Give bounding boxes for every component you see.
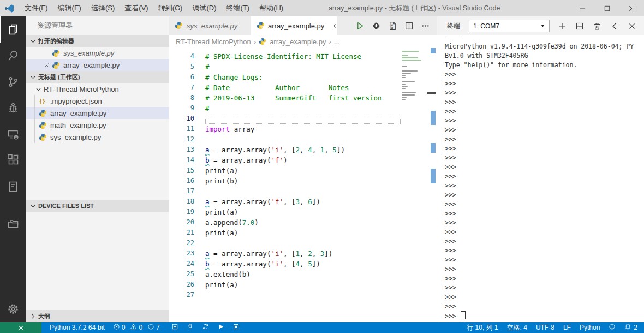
workspace-label: 无标题 (工作区) [38,73,80,81]
tree-folder-rt-thread[interactable]: RT-Thread MicroPython [26,83,169,95]
code-line-7[interactable]: 7# Date Author Notes [169,82,401,93]
run-button[interactable] [353,19,367,33]
add-button[interactable] [171,323,178,332]
code-line-27[interactable]: 27 [169,290,401,300]
code-line-12[interactable]: 12 [169,134,401,145]
close-panel-button[interactable] [627,21,636,31]
close-window-button[interactable] [619,0,644,16]
code-line-6[interactable]: 6# Change Logs: [169,72,401,82]
move-panel-button[interactable] [610,21,619,31]
menu-e[interactable]: 编辑(E) [53,0,86,16]
open-editors-header[interactable]: 打开的编辑器 [26,35,169,47]
code-line-26[interactable]: 26print(a) [169,280,401,290]
activity-source-control[interactable] [0,69,26,95]
code-line-18[interactable]: 18a = array.array('f', [3, 6]) [169,197,401,207]
code-line-24[interactable]: 24b = array.array('i', [4, 5]) [169,259,401,269]
download-flash-button[interactable] [369,19,383,33]
device-files-header[interactable]: DEVICE FILES LIST [26,200,169,212]
code-token: 'i' [271,249,283,258]
code-line-8[interactable]: 8# 2019-06-13 SummerGift first version [169,93,401,103]
tree-file-math_example.py[interactable]: math_example.py [26,119,169,131]
split-editor-button[interactable] [402,19,416,33]
code-line-21[interactable]: 21print(a) [169,228,401,238]
code-line-10[interactable]: 10 [169,114,401,124]
cursor-position[interactable]: 行 10, 列 1 [467,323,498,332]
code-line-25[interactable]: 25a.extend(b) [169,269,401,280]
terminal-selector[interactable]: 1: COM7 [469,20,550,32]
activity-debug[interactable] [0,95,26,121]
minimap[interactable] [402,51,422,103]
tree-file-sys_example.py[interactable]: sys_example.py [26,131,169,143]
menu-s[interactable]: 选择(S) [86,0,120,16]
tree-file-array_example.py[interactable]: array_example.py [26,107,169,119]
code-line-5[interactable]: 5# [169,62,401,72]
new-terminal-button[interactable] [557,21,567,31]
eol[interactable]: LF [563,324,571,331]
line-content [205,114,401,124]
code-line-4[interactable]: 4# SPDX-License-Identifier: MIT License [169,51,401,62]
code-line-19[interactable]: 19print(a) [169,207,401,217]
close-icon[interactable] [41,61,51,69]
kill-terminal-button[interactable] [592,21,601,31]
close-icon[interactable] [331,23,337,29]
code-line-17[interactable]: 17 [169,186,401,197]
tab-sys_example.py[interactable]: sys_example.py [169,16,251,35]
problems[interactable]: 007 [113,323,163,332]
more-actions-button[interactable] [418,19,432,33]
split-terminal-button[interactable] [575,21,584,31]
sync-button[interactable] [202,323,209,332]
code-line-20[interactable]: 20a.append(7.0) [169,217,401,228]
line-number: 4 [169,51,194,62]
menu-t[interactable]: 终端(T) [221,0,254,16]
breadcrumb-item[interactable]: array_example.py [270,38,326,46]
binary-file-button[interactable]: 0110 [385,19,399,33]
menu-d[interactable]: 调试(D) [187,0,221,16]
code-lines[interactable]: 4# SPDX-License-Identifier: MIT License5… [169,48,401,322]
tab-array_example.py[interactable]: array_example.py [251,16,337,35]
menu-h[interactable]: 帮助(H) [254,0,288,16]
activity-settings[interactable] [0,296,26,322]
remote-indicator[interactable] [0,322,41,333]
code-line-9[interactable]: 9# [169,103,401,114]
feedback[interactable] [609,323,616,332]
activity-remote-device[interactable] [0,121,26,147]
menu-f[interactable]: 文件(F) [20,0,53,16]
open-editor-array_example.py[interactable]: array_example.py [26,59,169,71]
terminal-output[interactable]: MicroPython v1.9.4-114-g309fe39d on 2018… [437,35,644,322]
activity-notebook[interactable] [0,174,26,200]
smiley-icon [609,323,616,332]
language-mode[interactable]: Python [580,324,600,331]
notifications[interactable]: 2 [624,323,637,332]
activity-search[interactable] [0,43,26,69]
activity-device-folder[interactable] [0,211,26,237]
code-editor[interactable]: 4# SPDX-License-Identifier: MIT License5… [169,48,437,322]
connect-device-button[interactable] [187,323,194,332]
code-line-22[interactable]: 22 [169,238,401,248]
activity-explorer[interactable] [0,16,26,43]
code-line-13[interactable]: 13a = array.array('i', [2, 4, 1, 5]) [169,145,401,155]
code-line-16[interactable]: 16print(b) [169,176,401,186]
indentation[interactable]: 空格: 4 [507,323,527,332]
overview-ruler[interactable] [428,48,437,322]
outline-header[interactable]: 大纲 [26,310,169,322]
workspace-header[interactable]: 无标题 (工作区) [26,71,169,83]
tab-terminal[interactable]: 终端 [446,16,461,35]
encoding[interactable]: UTF-8 [536,324,554,331]
breadcrumb-item[interactable]: ... [334,38,340,46]
stop-status-button[interactable] [232,323,240,332]
code-line-23[interactable]: 23a = array.array('i', [1, 2, 3]) [169,248,401,259]
run-status-button[interactable] [217,323,224,332]
python-version[interactable]: Python 3.7.2 64-bit [50,324,105,331]
breadcrumb[interactable]: RT-Thread MicroPython›array_example.py›.… [169,35,437,48]
code-line-11[interactable]: 11import array [169,124,401,134]
open-editor-sys_example.py[interactable]: sys_example.py [26,47,169,59]
minimize-button[interactable] [570,0,595,16]
code-line-14[interactable]: 14b = array.array('f') [169,155,401,165]
menu-g[interactable]: 转到(G) [153,0,188,16]
tree-file-.mpyproject.json[interactable]: {}.mpyproject.json [26,95,169,107]
code-line-15[interactable]: 15print(a) [169,165,401,176]
breadcrumb-item[interactable]: RT-Thread MicroPython [176,38,251,46]
maximize-button[interactable] [595,0,619,16]
activity-extensions[interactable] [0,147,26,174]
menu-v[interactable]: 查看(V) [120,0,153,16]
